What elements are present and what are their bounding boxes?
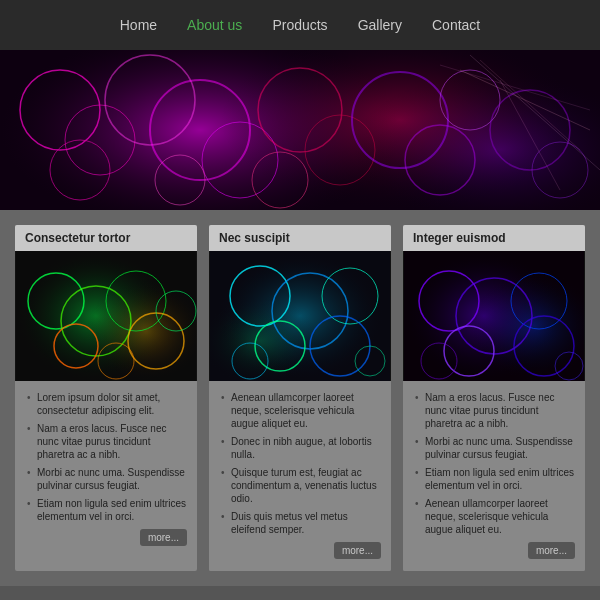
card-3-image [403, 251, 585, 381]
content-area: Consectetur tortor [0, 210, 600, 586]
card-2-more-button[interactable]: more... [334, 542, 381, 559]
list-item: Morbi ac nunc uma. Suspendisse pulvinar … [413, 435, 575, 461]
card-3-more-button[interactable]: more... [528, 542, 575, 559]
list-item: Aenean ullamcorper laoreet neque, sceler… [219, 391, 381, 430]
list-item: Quisque turum est, feugiat ac condimentu… [219, 466, 381, 505]
nav-home[interactable]: Home [120, 17, 157, 33]
nav-gallery[interactable]: Gallery [358, 17, 402, 33]
card-1-title: Consectetur tortor [15, 225, 197, 251]
card-2: Nec suscipit [209, 225, 391, 571]
list-item: Morbi ac nunc uma. Suspendisse pulvinar … [25, 466, 187, 492]
card-3-list: Nam a eros lacus. Fusce nec nunc vitae p… [413, 391, 575, 536]
list-item: Aenean ullamcorper laoreet neque, sceler… [413, 497, 575, 536]
list-item: Etiam non ligula sed enim ultrices eleme… [25, 497, 187, 523]
card-3-body: Nam a eros lacus. Fusce nec nunc vitae p… [403, 381, 585, 571]
card-2-body: Aenean ullamcorper laoreet neque, sceler… [209, 381, 391, 571]
card-1-more-button[interactable]: more... [140, 529, 187, 546]
list-item: Duis quis metus vel metus eleifend sempe… [219, 510, 381, 536]
nav-products[interactable]: Products [272, 17, 327, 33]
list-item: Nam a eros lacus. Fusce nec nunc vitae p… [25, 422, 187, 461]
nav-contact[interactable]: Contact [432, 17, 480, 33]
hero-banner [0, 50, 600, 210]
list-item: Nam a eros lacus. Fusce nec nunc vitae p… [413, 391, 575, 430]
card-2-title: Nec suscipit [209, 225, 391, 251]
card-1: Consectetur tortor [15, 225, 197, 571]
list-item: Etiam non ligula sed enim ultrices eleme… [413, 466, 575, 492]
list-item: Donec in nibh augue, at lobortis nulla. [219, 435, 381, 461]
card-2-list: Aenean ullamcorper laoreet neque, sceler… [219, 391, 381, 536]
card-1-list: Lorem ipsum dolor sit amet, consectetur … [25, 391, 187, 523]
card-3-title: Integer euismod [403, 225, 585, 251]
main-nav: Home About us Products Gallery Contact [0, 0, 600, 50]
card-1-body: Lorem ipsum dolor sit amet, consectetur … [15, 381, 197, 558]
card-3: Integer euismod [403, 225, 585, 571]
card-1-image [15, 251, 197, 381]
card-2-image [209, 251, 391, 381]
nav-about[interactable]: About us [187, 17, 242, 33]
list-item: Lorem ipsum dolor sit amet, consectetur … [25, 391, 187, 417]
